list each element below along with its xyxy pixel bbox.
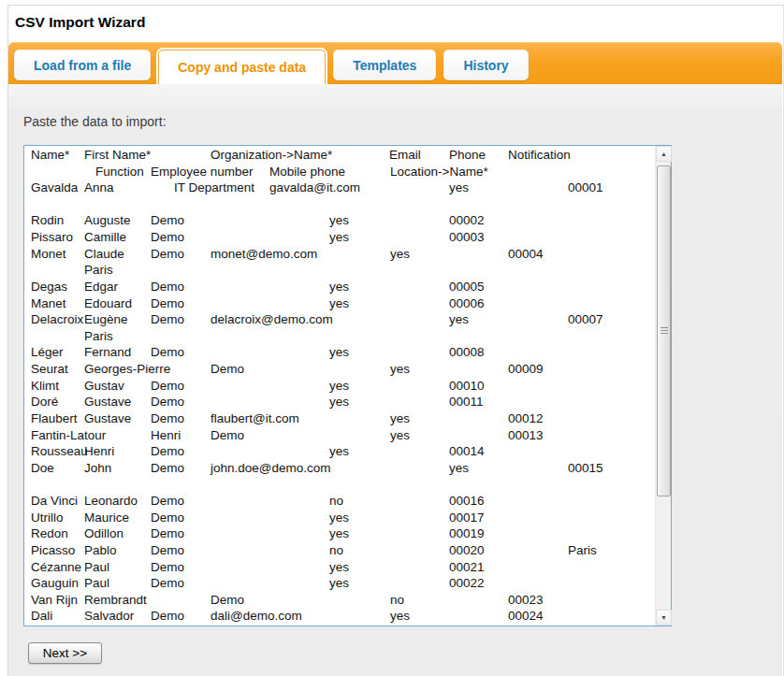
textarea-scrollbar[interactable]: ▲ ▼ — [655, 146, 671, 626]
csv-line — [24, 476, 655, 493]
csv-cell: yes — [390, 410, 410, 426]
csv-cell: yes — [329, 525, 349, 541]
csv-cell: Doré — [31, 394, 58, 410]
csv-cell: 00009 — [508, 361, 544, 377]
csv-cell: Delacroix — [31, 311, 83, 327]
csv-cell: Demo — [151, 394, 184, 410]
csv-line: Fantin-LatourHenriDemoyes00013 — [24, 427, 655, 444]
scroll-up-icon: ▲ — [661, 151, 667, 157]
csv-cell: Gustave — [84, 394, 131, 410]
csv-cell: Demo — [151, 295, 184, 311]
tab-label: Copy and paste data — [178, 60, 306, 75]
csv-cell: yes — [449, 311, 469, 327]
csv-cell: Demo — [151, 344, 184, 360]
csv-lines: Name*First Name*Organization->Name*Email… — [24, 147, 655, 626]
csv-cell: 00008 — [449, 344, 485, 360]
tabs-container: Load from a file Copy and paste data Tem… — [14, 50, 529, 84]
csv-line: Name*First Name*Organization->Name*Email… — [24, 147, 655, 164]
csv-line: LégerFernandDemoyes00008 — [24, 344, 655, 361]
csv-cell: Grenoble — [84, 625, 137, 626]
csv-cell: Paris — [84, 328, 113, 344]
csv-cell: yes — [329, 279, 349, 295]
csv-cell: gavalda@it.com — [269, 180, 360, 195]
csv-cell: Organization->Name* — [211, 147, 332, 163]
csv-cell: Notification — [508, 147, 571, 163]
csv-line: PicassoPabloDemono00020Paris — [24, 542, 655, 559]
csv-cell: Van Rijn — [31, 592, 78, 608]
csv-cell: Henri — [151, 427, 181, 443]
page-title: CSV Import Wizard — [15, 14, 145, 31]
csv-cell: Anna — [84, 180, 114, 195]
csv-cell: 00024 — [508, 608, 544, 624]
csv-cell: Odillon — [84, 525, 123, 541]
csv-cell: Demo — [151, 493, 184, 509]
csv-cell: Gauguin — [31, 575, 79, 591]
csv-cell: Paul — [84, 559, 109, 575]
csv-cell: Pissaro — [31, 229, 73, 245]
csv-line: DelacroixEugèneDemodelacroix@demo.comyes… — [24, 311, 655, 328]
csv-cell: Demo — [151, 212, 184, 228]
csv-cell: Edouard — [84, 295, 132, 311]
csv-cell: Demo — [151, 378, 184, 394]
csv-cell: monet@demo.com — [211, 246, 317, 262]
csv-line: Paris — [24, 328, 655, 345]
csv-cell: 00012 — [508, 410, 544, 426]
scroll-up-button[interactable]: ▲ — [656, 146, 672, 162]
csv-line: FunctionEmployee numberMobile phoneLocat… — [24, 164, 655, 180]
csv-cell: 00020 — [449, 542, 485, 558]
tab-load-from-a-file[interactable]: Load from a file — [14, 50, 151, 80]
csv-cell: no — [329, 542, 343, 558]
csv-cell: 00001 — [568, 180, 603, 195]
csv-cell: Henri — [84, 443, 114, 459]
csv-cell: Doe — [31, 460, 54, 476]
csv-line: Da VinciLeonardoDemono00016 — [24, 493, 655, 510]
csv-line: SeuratGeorges-PierreDemoyes00009 — [24, 361, 655, 378]
csv-cell: 00017 — [449, 510, 485, 525]
csv-line: KlimtGustavDemoyes00010 — [24, 378, 655, 395]
csv-cell: Camille — [84, 229, 126, 245]
csv-cell: Redon — [31, 525, 68, 541]
paste-data-textarea[interactable]: Name*First Name*Organization->Name*Email… — [23, 145, 672, 626]
csv-cell: Employee number — [151, 164, 254, 180]
tab-history[interactable]: History — [443, 50, 528, 80]
csv-cell: Pablo — [84, 542, 117, 558]
csv-cell: Mobile phone — [269, 164, 345, 180]
scroll-thumb[interactable] — [657, 165, 671, 496]
csv-cell: yes — [329, 212, 349, 228]
csv-cell: Da Vinci — [31, 493, 78, 509]
csv-cell: 00013 — [508, 427, 544, 443]
csv-cell: 00007 — [568, 311, 603, 327]
csv-cell: 00010 — [449, 378, 485, 394]
csv-cell: Demo — [151, 410, 184, 426]
paste-data-label: Paste the data to import: — [23, 114, 167, 129]
csv-cell: 00011 — [449, 394, 484, 410]
csv-cell: dali@demo.com — [211, 608, 302, 624]
next-button[interactable]: Next >> — [28, 642, 102, 664]
csv-line: UtrilloMauriceDemoyes00017 — [24, 510, 655, 526]
csv-cell: delacroix@demo.com — [211, 311, 333, 327]
csv-cell: 00015 — [568, 460, 603, 476]
csv-cell: Degas — [31, 279, 67, 295]
csv-cell: Flaubert — [31, 410, 78, 426]
tab-label: History — [463, 58, 508, 73]
csv-cell: 00004 — [508, 246, 544, 262]
csv-line: DegasEdgarDemoyes00005 — [24, 279, 655, 295]
csv-cell: Paris — [84, 262, 113, 278]
csv-cell: Demo — [151, 575, 184, 591]
csv-cell: Georges-Pierre — [84, 361, 170, 377]
csv-cell: yes — [329, 559, 349, 575]
csv-cell: 00014 — [449, 443, 485, 459]
tab-label: Load from a file — [34, 58, 131, 73]
csv-cell: Claude — [84, 246, 124, 262]
csv-cell: Demo — [211, 427, 244, 443]
csv-line: Van RijnRembrandtDemono00023 — [24, 592, 655, 609]
csv-line: CézannePaulDemoyes00021 — [24, 559, 655, 576]
csv-cell: 00005 — [449, 279, 485, 295]
csv-cell: Klimt — [31, 378, 59, 394]
tab-copy-and-paste-data[interactable]: Copy and paste data — [158, 50, 326, 84]
scroll-down-button[interactable]: ▼ — [656, 610, 672, 626]
csv-cell: Function — [95, 164, 144, 180]
csv-cell: Demo — [151, 443, 184, 459]
tab-templates[interactable]: Templates — [333, 50, 436, 80]
csv-cell: Seurat — [31, 361, 68, 377]
